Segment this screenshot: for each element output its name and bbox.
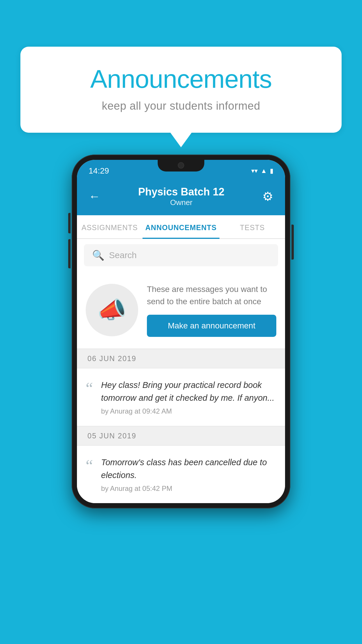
signal-icon: ▲ bbox=[261, 167, 267, 175]
speech-bubble-subtitle: keep all your students informed bbox=[44, 100, 318, 112]
announcement-item-1: “ Hey class! Bring your practical record… bbox=[77, 368, 285, 426]
quote-icon-2: “ bbox=[86, 457, 93, 474]
announcement-content-2: Tomorrow's class has been cancelled due … bbox=[101, 456, 276, 493]
phone-screen: 14:29 ▾▾ ▲ ▮ ← Physics Batch 12 Owner ⚙ … bbox=[77, 160, 285, 503]
phone-mockup: 14:29 ▾▾ ▲ ▮ ← Physics Batch 12 Owner ⚙ … bbox=[72, 155, 290, 508]
settings-icon[interactable]: ⚙ bbox=[262, 189, 273, 204]
announcement-text-1: Hey class! Bring your practical record b… bbox=[101, 379, 276, 404]
megaphone-circle: 📣 bbox=[86, 284, 138, 336]
search-icon: 🔍 bbox=[92, 249, 104, 261]
announcement-item-2: “ Tomorrow's class has been cancelled du… bbox=[77, 446, 285, 503]
phone-vol-up-button bbox=[68, 213, 71, 233]
search-box[interactable]: 🔍 Search bbox=[84, 244, 278, 266]
search-container: 🔍 Search bbox=[77, 239, 285, 272]
announcement-meta-1: by Anurag at 09:42 AM bbox=[101, 407, 276, 415]
wifi-icon: ▾▾ bbox=[251, 167, 258, 175]
header-title-group: Physics Batch 12 Owner bbox=[138, 186, 224, 207]
tabs-bar: ASSIGNMENTS ANNOUNCEMENTS TESTS bbox=[77, 215, 285, 239]
announcement-description: These are messages you want to send to t… bbox=[147, 283, 276, 308]
announcement-prompt: 📣 These are messages you want to send to… bbox=[77, 272, 285, 349]
speech-bubble: Announcements keep all your students inf… bbox=[20, 47, 342, 133]
tab-assignments[interactable]: ASSIGNMENTS bbox=[77, 215, 143, 238]
phone-camera bbox=[178, 162, 184, 169]
tab-tests[interactable]: TESTS bbox=[219, 215, 285, 238]
phone-vol-down-button bbox=[68, 239, 71, 268]
megaphone-icon: 📣 bbox=[97, 296, 126, 324]
tab-announcements[interactable]: ANNOUNCEMENTS bbox=[143, 215, 220, 238]
make-announcement-button[interactable]: Make an announcement bbox=[147, 315, 276, 337]
app-header: ← Physics Batch 12 Owner ⚙ bbox=[77, 179, 285, 215]
speech-bubble-title: Announcements bbox=[44, 64, 318, 94]
back-button[interactable]: ← bbox=[89, 190, 100, 203]
battery-icon: ▮ bbox=[270, 167, 273, 175]
status-icons: ▾▾ ▲ ▮ bbox=[251, 167, 273, 175]
speech-bubble-section: Announcements keep all your students inf… bbox=[20, 47, 342, 133]
search-placeholder: Search bbox=[109, 250, 137, 260]
phone-power-button bbox=[291, 225, 294, 260]
announcement-meta-2: by Anurag at 05:42 PM bbox=[101, 484, 276, 493]
announcement-right: These are messages you want to send to t… bbox=[147, 283, 276, 337]
announcement-content-1: Hey class! Bring your practical record b… bbox=[101, 379, 276, 415]
date-separator-2: 05 JUN 2019 bbox=[77, 426, 285, 446]
phone-notch bbox=[158, 160, 204, 172]
phone-outer: 14:29 ▾▾ ▲ ▮ ← Physics Batch 12 Owner ⚙ … bbox=[72, 155, 290, 508]
header-title: Physics Batch 12 bbox=[138, 186, 224, 198]
quote-icon-1: “ bbox=[86, 380, 93, 396]
header-subtitle: Owner bbox=[138, 198, 224, 207]
status-time: 14:29 bbox=[89, 166, 109, 176]
date-separator-1: 06 JUN 2019 bbox=[77, 349, 285, 368]
announcement-text-2: Tomorrow's class has been cancelled due … bbox=[101, 456, 276, 482]
